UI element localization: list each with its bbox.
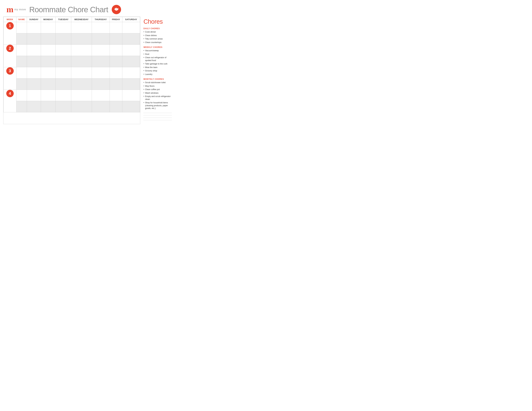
chores-sidebar: Chores DAILY CHORESCook dinnerClean dish… (140, 17, 174, 124)
table-cell[interactable] (110, 78, 122, 90)
logo-tagline: my move (14, 8, 26, 11)
table-cell[interactable] (110, 56, 122, 67)
table-cell[interactable] (122, 33, 140, 45)
table-cell[interactable] (110, 101, 122, 112)
page: m my move Roommate Chore Chart WEEK NAME… (0, 0, 177, 127)
sidebar-chores-title: Chores (143, 18, 172, 25)
chore-item: Clean countertops (143, 41, 172, 44)
table-cell[interactable] (71, 22, 92, 33)
table-cell[interactable] (71, 45, 92, 56)
dashed-line (143, 118, 172, 118)
page-title: Roommate Chore Chart (29, 5, 108, 14)
table-cell[interactable] (110, 90, 122, 101)
table-cell[interactable] (17, 78, 27, 90)
table-cell[interactable] (41, 101, 56, 112)
table-cell[interactable] (17, 90, 27, 101)
table-cell[interactable] (41, 67, 56, 78)
logo-area: m my move (6, 5, 26, 14)
table-cell[interactable] (41, 78, 56, 90)
table-cell[interactable] (27, 22, 41, 33)
table-cell[interactable] (122, 90, 140, 101)
table-cell[interactable] (92, 22, 110, 33)
chore-table-wrapper: WEEK NAME SUNDAY MONDAY TUESDAY WEDNESDA… (3, 17, 140, 124)
week-2-badge: 2 (6, 45, 14, 52)
table-cell[interactable] (17, 22, 27, 33)
dashed-line (143, 120, 172, 120)
table-cell[interactable] (41, 56, 56, 67)
table-cell[interactable] (56, 101, 71, 112)
table-cell[interactable] (71, 90, 92, 101)
table-cell[interactable] (110, 33, 122, 45)
table-cell[interactable] (27, 101, 41, 112)
table-cell[interactable] (17, 56, 27, 67)
chore-item: Cook dinner (143, 31, 172, 34)
table-cell[interactable] (17, 33, 27, 45)
col-name: NAME (17, 17, 27, 22)
table-cell[interactable] (56, 56, 71, 67)
table-cell[interactable] (27, 90, 41, 101)
chore-item: Scrub tub/shower toilet (143, 81, 172, 84)
col-saturday: SATURDAY (122, 17, 140, 22)
table-row: 3 (4, 67, 140, 78)
table-cell[interactable] (27, 56, 41, 67)
table-cell[interactable] (56, 45, 71, 56)
table-cell[interactable] (56, 33, 71, 45)
col-week: WEEK (4, 17, 17, 22)
chore-item: Shop for household items (cleaning produ… (143, 101, 172, 110)
table-cell[interactable] (92, 78, 110, 90)
week-1-badge: 1 (6, 22, 14, 29)
table-cell[interactable] (110, 22, 122, 33)
col-sunday: SUNDAY (27, 17, 41, 22)
table-cell[interactable] (122, 22, 140, 33)
table-cell[interactable] (92, 56, 110, 67)
chore-item: Take garbage to the curb (143, 63, 172, 65)
col-wednesday: WEDNESDAY (71, 17, 92, 22)
table-cell[interactable] (56, 90, 71, 101)
table-cell[interactable] (122, 78, 140, 90)
table-cell[interactable] (17, 45, 27, 56)
table-cell[interactable] (110, 45, 122, 56)
table-cell[interactable] (92, 33, 110, 45)
chore-item: Clean coffee pot (143, 88, 172, 91)
col-tuesday: TUESDAY (56, 17, 71, 22)
table-cell[interactable] (17, 101, 27, 112)
chore-item: Grocery shop (143, 69, 172, 72)
week-4-badge: 4 (6, 90, 14, 97)
table-cell[interactable] (41, 33, 56, 45)
table-cell[interactable] (92, 90, 110, 101)
table-cell[interactable] (17, 67, 27, 78)
table-cell[interactable] (71, 101, 92, 112)
table-row: 4 (4, 90, 140, 101)
chore-item: Tidy common areas (143, 37, 172, 40)
table-cell[interactable] (122, 67, 140, 78)
table-cell[interactable] (92, 67, 110, 78)
table-cell[interactable] (41, 45, 56, 56)
table-row (4, 78, 140, 90)
table-cell[interactable] (27, 33, 41, 45)
handshake-icon (112, 5, 121, 14)
table-cell[interactable] (122, 56, 140, 67)
table-cell[interactable] (27, 78, 41, 90)
col-friday: FRIDAY (110, 17, 122, 22)
chore-item: Clean dishes (143, 34, 172, 37)
table-cell[interactable] (71, 78, 92, 90)
table-cell[interactable] (56, 67, 71, 78)
chore-item: Wash windows (143, 92, 172, 95)
table-cell[interactable] (122, 45, 140, 56)
table-cell[interactable] (71, 56, 92, 67)
table-cell[interactable] (71, 33, 92, 45)
table-cell[interactable] (122, 101, 140, 112)
table-cell[interactable] (92, 45, 110, 56)
table-cell[interactable] (41, 90, 56, 101)
table-cell[interactable] (41, 22, 56, 33)
table-cell[interactable] (56, 22, 71, 33)
table-cell[interactable] (110, 67, 122, 78)
header: m my move Roommate Chore Chart (3, 3, 174, 17)
table-cell[interactable] (92, 101, 110, 112)
table-cell[interactable] (71, 67, 92, 78)
table-cell[interactable] (56, 78, 71, 90)
table-cell[interactable] (27, 45, 41, 56)
section-title-2: MONTHLY CHORES (143, 78, 172, 80)
table-row: 2 (4, 45, 140, 56)
table-cell[interactable] (27, 67, 41, 78)
